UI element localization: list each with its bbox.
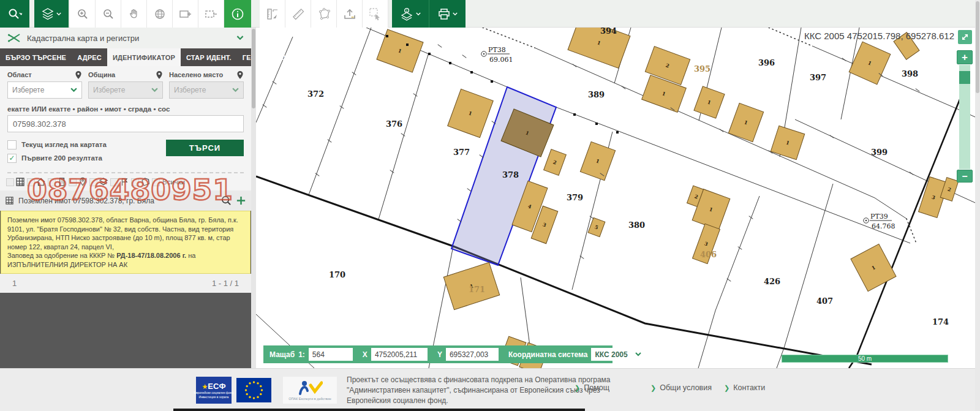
sidebar-scrollbar[interactable] <box>251 28 256 368</box>
add-to-selection-button[interactable] <box>236 195 246 206</box>
filter-pin-checkbox[interactable] <box>69 178 77 186</box>
parcel-label-380: 380 <box>628 221 645 230</box>
search-button[interactable]: ТЪРСИ <box>166 140 244 156</box>
filter-house-checkbox[interactable] <box>27 178 35 186</box>
search-tool-button[interactable] <box>0 0 29 28</box>
rectangle-plus-icon <box>179 8 192 20</box>
filter-layers <box>89 177 108 187</box>
page-scrollbar[interactable] <box>975 0 980 411</box>
parcel-label-395: 395 <box>694 64 710 74</box>
layers-icon <box>41 7 55 21</box>
globe-icon <box>154 8 166 20</box>
building[interactable]: 2 <box>544 149 567 176</box>
footer-link-помощ[interactable]: ❯Помощ <box>575 383 609 392</box>
parcel-label-174: 174 <box>932 317 949 326</box>
crs-select[interactable]: ККС 2005 <box>591 348 645 361</box>
filter-grid <box>6 177 25 187</box>
x-label: X <box>363 350 368 359</box>
y-coordinate-input[interactable] <box>446 348 499 361</box>
chevron-down-icon <box>635 352 641 356</box>
zoom-in-map-button[interactable]: + <box>957 50 973 64</box>
building[interactable]: 1 <box>448 89 494 137</box>
building[interactable]: 1 <box>568 28 630 68</box>
scale-measure-button[interactable] <box>260 0 285 28</box>
layers-info-icon <box>399 7 414 21</box>
house-icon <box>36 177 46 187</box>
parcel-label-171: 171 <box>469 285 485 294</box>
filter-building <box>48 177 67 187</box>
parcel-label-376: 376 <box>386 119 402 129</box>
search-sidebar: Кадастрална карта и регистри БЪРЗО ТЪРСЕ… <box>0 28 251 368</box>
svg-text:69.061: 69.061 <box>489 56 513 64</box>
zoom-to-rectangle-button[interactable] <box>173 0 198 28</box>
first-200-label: Първите 200 резултата <box>21 154 102 162</box>
first-200-checkbox[interactable]: ✓ <box>7 154 17 163</box>
zoom-in-button[interactable] <box>70 0 96 28</box>
chevron-down-icon[interactable] <box>236 36 244 40</box>
tab-бързо-търсене[interactable]: БЪРЗО ТЪРСЕНЕ <box>0 48 72 66</box>
building[interactable]: 1 <box>377 29 423 72</box>
tab-идентификатор[interactable]: ИДЕНТИФИКАТОР <box>107 48 181 66</box>
layers-tool-button[interactable] <box>34 0 69 28</box>
zoom-out-rectangle-button[interactable] <box>198 0 224 28</box>
full-extent-button[interactable] <box>147 0 173 28</box>
building[interactable]: 1 <box>580 141 615 180</box>
result-details-order-number: РД-18-47/18.08.2006 г. <box>116 252 186 259</box>
zoom-out-button[interactable] <box>96 0 121 28</box>
община-select[interactable]: Изберете <box>88 81 163 99</box>
upload-icon <box>343 7 356 21</box>
current-view-label: Текущ изглед на картата <box>21 141 107 148</box>
chevron-down-icon <box>232 88 239 92</box>
filter-grid-checkbox[interactable] <box>6 178 14 186</box>
print-button[interactable] <box>429 0 466 28</box>
building[interactable]: 1 <box>851 244 896 291</box>
scale-input[interactable] <box>309 348 353 361</box>
filter-layers-checkbox[interactable] <box>89 178 97 186</box>
населено-място-select[interactable]: Изберете <box>169 81 244 99</box>
parcel-label-397: 397 <box>810 73 826 82</box>
tab-геод-основа[interactable]: ГЕОД. ОСНОВА <box>237 48 301 66</box>
identifier-hint-label: екатте ИЛИ екатте • район • имот • сград… <box>7 105 244 113</box>
zoom-slider-handle[interactable] <box>959 71 970 84</box>
chevron-down-icon <box>70 88 77 92</box>
result-row[interactable]: Поземлен имот 07598.302.378, гр. Бяла <box>0 190 251 211</box>
sidebar-header[interactable]: Кадастрална карта и регистри <box>0 28 251 48</box>
export-button[interactable] <box>337 0 363 28</box>
svg-text:РТ38: РТ38 <box>488 46 506 54</box>
parcel-label-389: 389 <box>588 90 605 99</box>
map-canvas[interactable]: 111121111121435213112132 372376377378379… <box>256 28 975 368</box>
search-icon <box>7 7 22 21</box>
building[interactable]: 5 <box>588 217 605 236</box>
област-select[interactable]: Изберете <box>7 81 82 99</box>
zoom-to-result-button[interactable] <box>221 195 232 206</box>
tab-стар-идент-[interactable]: СТАР ИДЕНТ. <box>181 48 237 66</box>
chevron-right-icon: ❯ <box>575 384 580 392</box>
opak-logo: ОПАК Експерти в действие <box>283 377 337 404</box>
current-view-checkbox[interactable] <box>7 140 17 149</box>
page-number[interactable]: 1 <box>12 279 17 288</box>
tab-адрес[interactable]: АДРЕС <box>72 48 107 66</box>
ruler-measure-button[interactable] <box>285 0 311 28</box>
info-tool-button[interactable] <box>224 0 251 28</box>
area-measure-button[interactable] <box>311 0 337 28</box>
filter-polygon-checkbox[interactable] <box>131 178 139 186</box>
fullscreen-button[interactable] <box>958 30 972 44</box>
building[interactable]: 1 <box>771 126 804 159</box>
building[interactable]: 1 <box>694 86 725 118</box>
pan-button[interactable] <box>121 0 147 28</box>
scale-label: Мащаб <box>270 350 295 359</box>
footer-link-контакти[interactable]: ❯Контакти <box>724 383 765 392</box>
filter-building-checkbox[interactable] <box>48 178 56 186</box>
search-tabs: БЪРЗО ТЪРСЕНЕАДРЕСИДЕНТИФИКАТОРСТАР ИДЕН… <box>0 48 251 66</box>
identifier-input[interactable] <box>7 115 244 132</box>
select-rectangle-button[interactable] <box>363 0 388 28</box>
zoom-out-map-button[interactable]: − <box>957 170 973 183</box>
filter-flag-checkbox[interactable] <box>110 178 118 186</box>
parcel-label-406: 406 <box>700 250 717 259</box>
footer-link-общи-условия[interactable]: ❯Общи условия <box>650 383 712 392</box>
x-coordinate-input[interactable] <box>371 348 428 361</box>
field-label: Област <box>7 70 82 80</box>
filter-all-checkbox[interactable] <box>152 178 160 186</box>
building[interactable]: 1 <box>728 103 763 141</box>
layer-info-button[interactable] <box>392 0 429 28</box>
